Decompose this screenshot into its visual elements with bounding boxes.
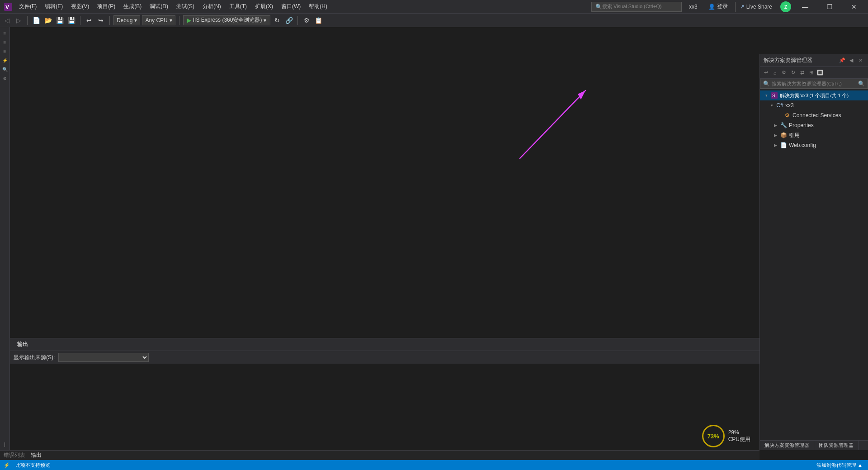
tree-project[interactable]: ▾ C# xx3 (760, 100, 868, 110)
toolbar-separator-4 (179, 16, 179, 25)
status-right: 添加到源代码管理 ▲ (815, 462, 864, 469)
menu-help[interactable]: 帮助(H) (305, 1, 331, 12)
tab-output[interactable]: 输出 (31, 451, 42, 461)
cpu-label: CPU使用 (728, 436, 750, 443)
config-dropdown[interactable]: Debug ▾ (113, 15, 140, 25)
sidebar-icon-2[interactable]: ≡ (1, 38, 9, 46)
platform-dropdown[interactable]: Any CPU ▾ (142, 15, 175, 25)
se-search-placeholder: 搜索解决方案资源管理器(Ctrl+;) (772, 81, 842, 87)
sidebar-icon-1[interactable]: ≡ (1, 29, 9, 37)
menu-window[interactable]: 窗口(W) (278, 1, 304, 12)
expand-icon: ▾ (764, 93, 769, 98)
back-button[interactable]: ◁ (2, 15, 12, 25)
menu-debug[interactable]: 调试(D) (146, 1, 172, 12)
menu-view[interactable]: 视图(V) (67, 1, 93, 12)
menu-project[interactable]: 项目(P) (94, 1, 119, 12)
cpu-info: 29% CPU使用 (728, 429, 750, 443)
se-tab-solution-explorer[interactable]: 解决方案资源管理器 (760, 441, 814, 450)
menu-edit[interactable]: 编辑(E) (41, 1, 66, 12)
tab-error-list[interactable]: 错误列表 (4, 451, 25, 460)
se-refresh-button[interactable]: ↻ (789, 69, 797, 77)
main-area: ≡ ≡ ≡ ⚡ 🔍 ⚙ | ⬛ 输出 ▲ ◀ ▶ ☰ ↻ 📌 (0, 27, 868, 460)
new-project-button[interactable]: 📄 (31, 15, 41, 25)
live-share-button[interactable]: ↗ Live Share (735, 2, 777, 12)
toolbar: ◁ ▷ 📄 📂 💾 💾 ↩ ↪ Debug ▾ Any CPU ▾ ▶ IIS … (0, 14, 868, 27)
tree-webconfig[interactable]: ▶ 📄 Web.config (760, 140, 868, 150)
cpu-value: 29% (728, 429, 750, 436)
menu-tools[interactable]: 工具(T) (226, 1, 250, 12)
connected-services-icon: ⚙ (783, 112, 791, 119)
run-button[interactable]: ▶ IIS Express (360安全浏览器) ▾ (183, 15, 271, 25)
status-add-source-control[interactable]: 添加到源代码管理 ▲ (815, 462, 864, 469)
close-button[interactable]: ✕ (844, 0, 864, 14)
se-expand-all-button[interactable]: ⊞ (807, 69, 815, 77)
chevron-down-icon: ▾ (134, 17, 137, 24)
output-source-row: 显示输出来源(S): (10, 351, 868, 364)
solution-explorer-search[interactable]: 🔍 搜索解决方案资源管理器(Ctrl+;) 🔍 (760, 79, 868, 89)
sidebar-icon-6[interactable]: ⚙ (1, 74, 9, 82)
solution-explorer-toolbar: ↩ ⌂ ⚙ ↻ ⇄ ⊞ 🔳 (760, 67, 868, 79)
properties-label: Properties (789, 122, 814, 128)
menu-analyze[interactable]: 分析(N) (199, 1, 225, 12)
user-avatar[interactable]: Z (780, 1, 791, 12)
sidebar-icon-bottom-1[interactable]: | (1, 440, 9, 448)
undo-button[interactable]: ↩ (84, 15, 94, 25)
left-sidebar-icons: ≡ ≡ ≡ ⚡ 🔍 ⚙ | ⬛ (0, 27, 10, 460)
title-right: xx3 👤 登录 ↗ Live Share Z — ❐ ✕ (685, 0, 864, 14)
se-home-button[interactable]: ⌂ (771, 69, 779, 77)
se-search-icon: 🔍 (763, 81, 770, 87)
restore-button[interactable]: ❐ (819, 0, 840, 14)
svg-text:V: V (5, 4, 9, 10)
tree-properties[interactable]: ▶ 🔧 Properties (760, 120, 868, 130)
attach-button[interactable]: 🔗 (284, 15, 294, 25)
user-icon: 👤 (708, 4, 715, 10)
menu-extensions[interactable]: 扩展(X) (251, 1, 277, 12)
se-sync-button[interactable]: ⇄ (798, 69, 806, 77)
login-button[interactable]: 👤 登录 (705, 3, 731, 10)
tree-references[interactable]: ▶ 📦 引用 (760, 130, 868, 140)
menu-test[interactable]: 测试(S) (173, 1, 198, 12)
menu-build[interactable]: 生成(B) (120, 1, 145, 12)
run-dropdown-icon: ▾ (264, 17, 266, 24)
save-all-button[interactable]: 💾 (66, 15, 76, 25)
cpu-gauge: 73% (702, 425, 725, 447)
se-tab-team-explorer[interactable]: 团队资源管理器 (814, 441, 859, 450)
forward-button[interactable]: ▷ (14, 15, 24, 25)
editor-content (10, 27, 868, 338)
refs-expand-icon: ▶ (773, 133, 778, 138)
refresh-button[interactable]: ↻ (272, 15, 282, 25)
sidebar-icon-4[interactable]: ⚡ (1, 56, 9, 64)
search-icon: 🔍 (595, 4, 602, 10)
se-search-settings-icon: 🔍 (858, 81, 865, 87)
extra-button-1[interactable]: ⚙ (302, 15, 311, 25)
se-collapse-button[interactable]: ◀ (847, 57, 855, 65)
minimize-button[interactable]: — (795, 0, 816, 14)
solution-label: 解决方案'xx3'(1 个项目/共 1 个) (780, 92, 849, 99)
run-icon: ▶ (187, 17, 191, 24)
se-back-button[interactable]: ↩ (762, 69, 770, 77)
menu-file[interactable]: 文件(F) (15, 1, 40, 12)
solution-explorer-panel: 解决方案资源管理器 📌 ◀ ✕ ↩ ⌂ ⚙ ↻ ⇄ ⊞ 🔳 🔍 搜索解决方案资源… (760, 54, 868, 450)
sidebar-icon-3[interactable]: ≡ (1, 47, 9, 55)
title-search-box[interactable]: 🔍 搜索 Visual Studio (Ctrl+Q) (591, 2, 682, 12)
se-extra-button[interactable]: 🔳 (816, 69, 824, 77)
solution-explorer-title: 解决方案资源管理器 (764, 57, 838, 64)
redo-button[interactable]: ↪ (96, 15, 106, 25)
se-pin-button[interactable]: 📌 (838, 57, 846, 65)
save-button[interactable]: 💾 (55, 15, 65, 25)
editor-area: 输出 ▲ ◀ ▶ ☰ ↻ 📌 ✕ 显示输出来源(S): (10, 27, 868, 460)
tree-connected-services[interactable]: ⚙ Connected Services (760, 110, 868, 120)
sidebar-icon-5[interactable]: 🔍 (1, 65, 9, 73)
output-title: 输出 (14, 339, 32, 350)
project-icon: C# (776, 102, 783, 109)
open-button[interactable]: 📂 (43, 15, 53, 25)
extra-button-2[interactable]: 📋 (313, 15, 323, 25)
se-filter-button[interactable]: ⚙ (780, 69, 788, 77)
status-warning-icon: ⚡ (4, 462, 10, 468)
output-source-select[interactable] (58, 353, 149, 362)
solution-explorer-tree: ▾ S 解决方案'xx3'(1 个项目/共 1 个) ▾ C# xx3 ⚙ (760, 89, 868, 440)
tree-solution-root[interactable]: ▾ S 解决方案'xx3'(1 个项目/共 1 个) (760, 90, 868, 100)
cpu-percentage: 73% (708, 433, 719, 440)
solution-icon: S (771, 92, 778, 99)
se-close-button[interactable]: ✕ (856, 57, 864, 65)
